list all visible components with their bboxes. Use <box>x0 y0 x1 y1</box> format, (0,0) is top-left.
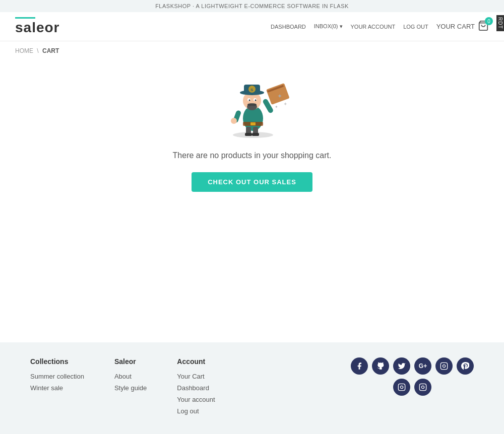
top-bar: FLASKSHOP · A LIGHTWEIGHT E-COMMERCE SOF… <box>0 0 504 12</box>
svg-rect-33 <box>419 384 426 390</box>
svg-point-21 <box>249 100 250 101</box>
cart-icon-wrap: 0 <box>478 20 489 33</box>
dashboard-link[interactable]: DASHBOARD <box>271 24 306 30</box>
social-row-1: G+ <box>351 357 474 375</box>
top-bar-text: FLASKSHOP · A LIGHTWEIGHT E-COMMERCE SOF… <box>155 3 349 9</box>
logout-link[interactable]: LOG OUT <box>403 24 428 30</box>
footer-link-your-cart[interactable]: Your Cart <box>177 373 215 380</box>
footer-col-saleor: Saleor About Style guide <box>114 357 147 419</box>
footer-link-style-guide[interactable]: Style guide <box>114 384 147 392</box>
pirate-illustration: S ✦ ✦ ✦ <box>212 70 292 141</box>
svg-rect-8 <box>252 133 259 136</box>
github-icon[interactable] <box>372 357 389 375</box>
logo-text: saleor <box>15 20 60 36</box>
footer-link-your-account[interactable]: Your account <box>177 396 215 403</box>
header: saleor DASHBOARD INBOX(0) ▾ YOUR ACCOUNT… <box>0 12 504 41</box>
inbox-link[interactable]: INBOX(0) ▾ <box>314 23 343 30</box>
instagram3-icon[interactable] <box>414 379 431 396</box>
checkout-sales-button[interactable]: CHECK OUT OUR SALES <box>192 172 312 192</box>
footer-account-heading: Account <box>177 357 215 366</box>
footer-link-dashboard[interactable]: Dashboard <box>177 384 215 392</box>
footer-col-account: Account Your Cart Dashboard Your account… <box>177 357 215 419</box>
svg-text:✦: ✦ <box>283 101 287 107</box>
svg-text:✦: ✦ <box>277 93 282 100</box>
footer-social: G+ <box>351 357 474 419</box>
footer-link-log-out[interactable]: Log out <box>177 407 215 415</box>
instagram2-icon[interactable] <box>393 379 410 396</box>
footer-col-collections: Collections Summer collection Winter sal… <box>30 357 84 419</box>
breadcrumb-separator: \ <box>37 47 38 54</box>
logo[interactable]: saleor <box>15 17 60 36</box>
logo-accent <box>15 17 35 19</box>
cart-area[interactable]: Your Cart 0 <box>436 20 489 33</box>
social-row-2 <box>393 379 431 396</box>
svg-text:✦: ✦ <box>275 105 278 109</box>
svg-rect-29 <box>440 363 447 369</box>
svg-rect-7 <box>245 133 252 136</box>
breadcrumb: HOME \ CART <box>0 41 504 60</box>
inbox-chevron-icon: ▾ <box>340 23 343 29</box>
svg-point-11 <box>231 118 237 124</box>
pinterest-icon[interactable] <box>457 357 474 375</box>
breadcrumb-home[interactable]: HOME <box>15 47 33 54</box>
side-panel: RDT <box>496 15 504 31</box>
footer-content: Collections Summer collection Winter sal… <box>30 357 474 419</box>
svg-rect-4 <box>250 122 256 125</box>
footer-link-winter[interactable]: Winter sale <box>30 384 84 392</box>
facebook-icon[interactable] <box>351 357 368 375</box>
breadcrumb-current: CART <box>42 47 59 54</box>
footer-saleor-heading: Saleor <box>114 357 147 366</box>
svg-point-22 <box>255 100 257 101</box>
svg-text:S: S <box>250 88 254 92</box>
svg-rect-31 <box>398 384 405 390</box>
empty-message: There are no products in your shopping c… <box>173 151 332 160</box>
twitter-icon[interactable] <box>393 357 410 375</box>
cart-label: Your Cart <box>436 23 475 30</box>
footer-link-summer[interactable]: Summer collection <box>30 373 84 380</box>
instagram-icon[interactable] <box>435 357 453 375</box>
cart-badge: 0 <box>485 17 493 25</box>
your-account-link[interactable]: YOUR ACCOUNT <box>351 24 396 30</box>
footer-link-about[interactable]: About <box>114 373 147 380</box>
main-content: S ✦ ✦ ✦ There are no products in your sh… <box>0 60 504 342</box>
googleplus-icon[interactable]: G+ <box>414 357 431 375</box>
footer-collections-heading: Collections <box>30 357 84 366</box>
footer: Collections Summer collection Winter sal… <box>0 342 504 434</box>
svg-point-25 <box>251 104 257 106</box>
header-nav: DASHBOARD INBOX(0) ▾ YOUR ACCOUNT LOG OU… <box>271 20 489 33</box>
